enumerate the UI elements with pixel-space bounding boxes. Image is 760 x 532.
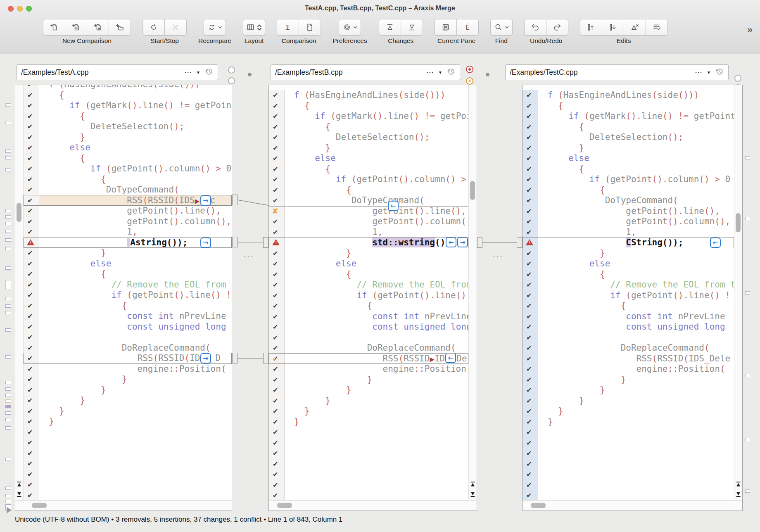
toolbar-button-new-text-comparison[interactable]: [43, 19, 65, 36]
gutter-cell[interactable]: ✔: [522, 375, 538, 385]
toolbar-button-redo[interactable]: [546, 19, 568, 36]
gutter-cell[interactable]: ✔: [269, 311, 285, 322]
gutter-cell[interactable]: ✔: [24, 353, 39, 364]
gutter-cell[interactable]: [522, 238, 538, 248]
gutter-cell[interactable]: ✔: [522, 459, 538, 470]
gutter-cell[interactable]: ✔: [24, 343, 39, 354]
gutter-cell[interactable]: ✔: [522, 90, 538, 101]
toolbar-button-layout[interactable]: [243, 19, 265, 36]
gutter-cell[interactable]: ✔: [269, 354, 285, 364]
toolbar-button-remove-conflict[interactable]: [624, 19, 646, 36]
overview-strip-left[interactable]: [3, 85, 13, 511]
gutter-cell[interactable]: ✔: [522, 406, 538, 417]
gutter-cell[interactable]: ✔: [24, 185, 39, 195]
gutter-cell[interactable]: ✔: [522, 122, 538, 133]
gutter-cell[interactable]: ✔: [269, 164, 285, 175]
gutter-cell[interactable]: ✔: [269, 375, 285, 385]
cancel-target-icon[interactable]: ×: [466, 77, 473, 85]
vertical-scrollbar[interactable]: [468, 85, 477, 500]
toolbar-button-new-image-comparison[interactable]: [87, 19, 109, 36]
merge-left-button[interactable]: ←: [388, 201, 399, 211]
gutter-cell[interactable]: ✔: [24, 332, 39, 343]
gutter-cell[interactable]: ✔: [269, 332, 285, 343]
toolbar-button-gear[interactable]: [339, 19, 361, 36]
gutter-cell[interactable]: ✔: [24, 206, 39, 216]
gutter-cell[interactable]: ✔: [24, 174, 39, 185]
merge-source-radio[interactable]: [228, 66, 235, 74]
merge-right-button[interactable]: →: [457, 238, 468, 247]
toolbar-button-next-change[interactable]: [401, 19, 423, 36]
scrollbar-thumb[interactable]: [32, 503, 47, 508]
merge-right-button[interactable]: →: [200, 195, 211, 206]
gutter-cell[interactable]: ✔: [522, 248, 538, 259]
horizontal-scrollbar[interactable]: [522, 500, 742, 511]
toolbar-button-push-up[interactable]: [580, 19, 602, 36]
gutter-cell[interactable]: ✔: [269, 406, 285, 417]
history-icon[interactable]: [204, 67, 214, 78]
gutter-cell[interactable]: ✔: [269, 259, 285, 269]
gutter-cell[interactable]: ✔: [24, 121, 39, 132]
gutter-cell[interactable]: ✔: [522, 322, 538, 332]
toolbar-button-sigma[interactable]: Σ: [277, 19, 299, 36]
scrollbar-thumb[interactable]: [531, 503, 546, 508]
history-icon[interactable]: [715, 67, 724, 78]
gutter-cell[interactable]: ✔: [269, 343, 285, 354]
gutter-cell[interactable]: ✔: [24, 480, 39, 490]
path-menu-button[interactable]: ···: [427, 69, 434, 76]
gutter-cell[interactable]: ✔: [24, 269, 39, 280]
gutter-cell[interactable]: ✔: [269, 448, 285, 459]
last-change-button[interactable]: [16, 491, 23, 498]
gutter-cell[interactable]: ✔: [269, 280, 285, 290]
toolbar-button-report-document[interactable]: [299, 19, 321, 36]
gutter-cell[interactable]: ✔: [522, 480, 538, 491]
gutter-cell[interactable]: ✔: [269, 122, 285, 133]
gutter-cell[interactable]: ✔: [522, 269, 538, 280]
toolbar-button-search[interactable]: [490, 19, 513, 36]
path-dropdown-button[interactable]: ▼: [438, 70, 442, 75]
gutter-cell[interactable]: ✔: [522, 396, 538, 406]
file-path-field-a[interactable]: /Examples/TestA.cpp ··· ▼: [17, 64, 218, 80]
toolbar-button-push-down[interactable]: [602, 19, 624, 36]
toolbar-button-stop[interactable]: [164, 19, 187, 36]
gutter-cell[interactable]: ✔: [269, 459, 285, 470]
toolbar-button-new-folder-comparison[interactable]: [109, 19, 131, 36]
gutter-cell[interactable]: ✔: [522, 332, 538, 343]
gutter-cell[interactable]: ✔: [269, 438, 285, 449]
gutter-cell[interactable]: ✔: [269, 396, 285, 406]
gutter-cell[interactable]: ✔: [24, 448, 39, 459]
gutter-cell[interactable]: [24, 238, 39, 248]
toolbar-button-recompare[interactable]: [204, 19, 226, 36]
horizontal-scrollbar[interactable]: [269, 500, 477, 511]
gutter-cell[interactable]: ✔: [522, 311, 538, 322]
gutter-cell[interactable]: ✔: [269, 90, 285, 101]
gutter-cell[interactable]: ✔: [24, 111, 39, 122]
gutter-cell[interactable]: ✔: [269, 227, 285, 238]
gutter-cell[interactable]: ✔: [24, 406, 39, 417]
toolbar-button-accept-edits[interactable]: [646, 19, 668, 36]
gutter-cell[interactable]: ✔: [522, 164, 538, 175]
toolbar-overflow-button[interactable]: »: [747, 24, 753, 36]
gutter-cell[interactable]: ✔: [522, 101, 538, 112]
gutter-cell[interactable]: ✔: [24, 311, 39, 322]
gutter-cell[interactable]: ✔: [269, 301, 285, 311]
first-change-button[interactable]: [16, 481, 23, 488]
gutter-cell[interactable]: ✔: [24, 280, 39, 290]
gutter-cell[interactable]: ✔: [24, 427, 39, 438]
gutter-cell[interactable]: ✔: [24, 216, 39, 227]
gutter-cell[interactable]: ✔: [24, 385, 39, 396]
gutter-cell[interactable]: ✔: [24, 395, 39, 406]
path-dropdown-button[interactable]: ▼: [707, 70, 711, 75]
merge-source-radio[interactable]: [734, 75, 741, 82]
scrollbar-thumb[interactable]: [470, 181, 475, 200]
code-pane-c[interactable]: ✔ f (HasEngineAndLines(side()))✔ {✔ if (…: [522, 85, 743, 511]
toolbar-button-accent-e[interactable]: É: [456, 19, 479, 36]
gutter-cell[interactable]: [269, 238, 285, 248]
gutter-cell[interactable]: ✔: [24, 458, 39, 469]
merge-left-button[interactable]: ←: [710, 238, 721, 248]
gutter-cell[interactable]: ✔: [269, 153, 285, 164]
gutter-cell[interactable]: ✔: [24, 322, 39, 332]
gutter-cell[interactable]: ✔: [269, 216, 285, 227]
gutter-cell[interactable]: ✔: [522, 364, 538, 375]
gutter-cell[interactable]: ✔: [522, 111, 538, 122]
scrollbar-thumb[interactable]: [277, 503, 292, 508]
